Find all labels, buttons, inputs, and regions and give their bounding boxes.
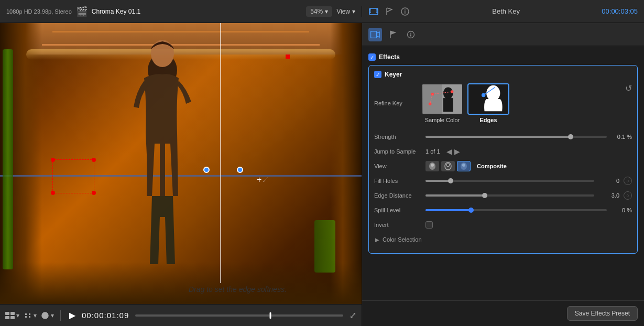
svg-point-39 [431, 164, 434, 167]
svg-point-29 [429, 103, 432, 106]
view-alpha-icon [427, 162, 438, 170]
invert-checkbox[interactable] [425, 221, 433, 229]
view-outline-btn[interactable] [441, 161, 455, 171]
view-control[interactable]: View ▾ [336, 8, 355, 15]
flag-mode-icon[interactable] [384, 6, 395, 17]
edge-distance-reset[interactable]: ○ [624, 191, 632, 200]
scrubber-thumb[interactable] [270, 312, 271, 319]
save-effects-preset-button[interactable]: Save Effects Preset [567, 306, 638, 321]
zoom-control[interactable]: 54% ▾ [306, 6, 332, 17]
person-silhouette [126, 39, 199, 269]
edges-option[interactable]: Edges [467, 83, 509, 123]
sample-box[interactable] [52, 159, 94, 193]
inspector-bottom: Save Effects Preset [362, 300, 644, 326]
speed-chevron-icon: ▾ [51, 312, 54, 319]
strength-fill [425, 136, 571, 138]
view-composite-btn[interactable] [457, 161, 471, 171]
refine-key-row: Refine Key [374, 83, 632, 123]
person-name: Beth Key [410, 7, 602, 15]
ceiling-rib-1 [52, 31, 309, 32]
svg-rect-22 [410, 34, 411, 36]
zoom-chevron-icon: ▾ [325, 8, 328, 15]
inspector-type-icons [368, 28, 418, 41]
speed-btn[interactable]: ▾ [41, 312, 54, 319]
view-chevron-icon: ▾ [352, 8, 355, 15]
video-controls: ▾ ▾ ▾ ▶ 00:00:01: [0, 304, 362, 326]
zoom-value: 54% [310, 8, 323, 15]
clip-name[interactable]: Chroma Key 01.1 [92, 8, 140, 15]
play-button[interactable]: ▶ [69, 310, 75, 320]
main-area: +⟋ ▾ ▾ [0, 23, 644, 326]
view-mode-label: Composite [477, 163, 507, 169]
view-composite-icon [459, 162, 469, 170]
refine-key-reset[interactable]: ↺ [625, 83, 632, 93]
edge-softness-line[interactable] [220, 23, 221, 283]
edge-distance-row: Edge Distance 3.0 ○ [374, 188, 632, 203]
inspector-info-icon[interactable] [404, 28, 418, 41]
jump-to-sample-row: Jump to Sample 1 of 1 ◀ ▶ [374, 144, 632, 159]
effects-checkbox[interactable]: ✓ [368, 53, 376, 61]
inspector-panel: ✓ Effects ✓ Keyer Refine Key [362, 23, 644, 326]
svg-rect-2 [369, 12, 371, 13]
scrubber-bar[interactable] [135, 314, 343, 317]
svg-point-21 [410, 32, 411, 34]
spill-level-fill [425, 209, 471, 211]
inspector-video-icon[interactable] [368, 28, 382, 41]
tooltip-text: Drag to set the edge softness. [189, 285, 287, 294]
fill-holes-thumb[interactable] [448, 178, 453, 183]
keyer-title: Keyer [385, 71, 402, 78]
edges-thumbnail[interactable] [467, 83, 509, 115]
trim-btn[interactable]: ▾ [24, 312, 37, 319]
timecode-highlight: 3:05 [625, 7, 638, 15]
jump-next-arrow[interactable]: ▶ [454, 147, 460, 156]
inspector-top-bar [362, 23, 644, 46]
edge-distance-label: Edge Distance [374, 192, 421, 199]
edges-label: Edges [479, 117, 497, 123]
sample-dot-tl[interactable] [51, 158, 55, 162]
sample-color-svg [422, 84, 462, 114]
edge-handle-left[interactable] [203, 167, 210, 173]
sample-color-option[interactable]: Sample Color [421, 83, 463, 123]
jump-prev-arrow[interactable]: ◀ [446, 147, 452, 156]
sample-dot-tr[interactable] [92, 158, 96, 162]
sample-color-thumbnail[interactable] [421, 83, 463, 115]
film-icon: 🎬 [76, 6, 88, 17]
svg-rect-16 [29, 316, 30, 318]
keyer-checkbox[interactable]: ✓ [374, 71, 381, 78]
strength-value: 0.1 % [611, 134, 632, 140]
spill-level-row: Spill Level 0 % [374, 203, 632, 218]
fill-holes-value: 0 [598, 178, 619, 184]
spill-level-thumb[interactable] [468, 208, 474, 213]
fill-holes-reset[interactable]: ○ [624, 177, 632, 185]
info-mode-icon[interactable]: i [400, 6, 410, 17]
film-mode-icon[interactable] [368, 6, 379, 17]
spill-level-value: 0 % [611, 207, 632, 213]
edge-distance-thumb[interactable] [482, 193, 487, 198]
svg-rect-15 [25, 316, 27, 318]
spill-level-slider[interactable] [425, 209, 607, 211]
sample-dot-bl[interactable] [51, 191, 55, 195]
header-timecode: 00:00:03:05 [602, 7, 638, 15]
fullscreen-button[interactable]: ⤢ [350, 310, 356, 320]
keyer-card: ✓ Keyer Refine Key [368, 65, 638, 254]
inspector-flag-icon[interactable] [386, 28, 400, 41]
strength-thumb[interactable] [568, 134, 573, 139]
color-selection-row[interactable]: ▶ Color Selection [374, 232, 632, 247]
jump-to-sample-label: Jump to Sample [374, 148, 421, 155]
strength-row: Strength 0.1 % [374, 129, 632, 144]
video-canvas[interactable]: +⟋ [0, 23, 362, 304]
edges-svg [468, 84, 508, 114]
strength-slider[interactable] [425, 136, 607, 138]
view-alpha-btn[interactable] [425, 161, 439, 171]
svg-rect-14 [29, 313, 30, 315]
view-row-label: View [374, 163, 421, 169]
svg-point-33 [486, 85, 500, 101]
view-mode-btn[interactable]: ▾ [5, 312, 19, 319]
sample-color-label: Sample Color [425, 117, 460, 123]
fill-holes-slider[interactable] [425, 180, 594, 182]
sample-dot-br[interactable] [92, 191, 96, 195]
edge-distance-slider[interactable] [425, 194, 594, 197]
svg-rect-11 [5, 316, 9, 319]
edge-handle-right[interactable] [237, 167, 243, 173]
color-selection-label: Color Selection [383, 236, 422, 243]
